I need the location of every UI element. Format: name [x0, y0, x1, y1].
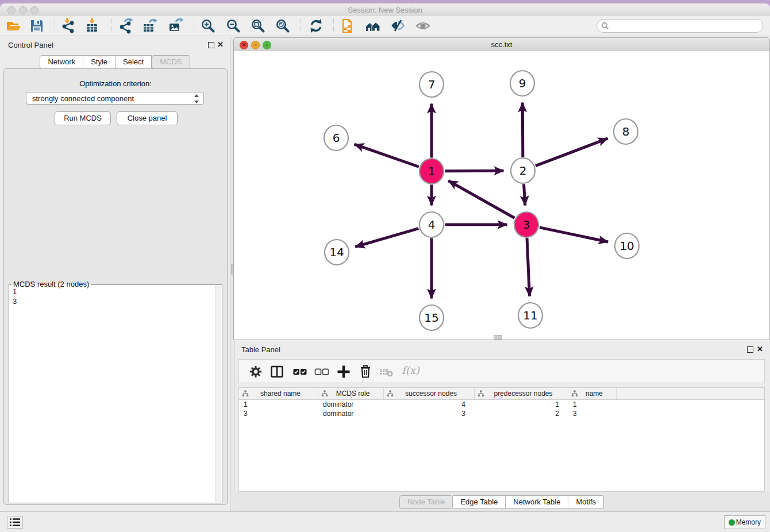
- graph-node-label: 11: [523, 309, 537, 322]
- graph-edge-2-8[interactable]: [536, 138, 608, 166]
- column-header-label: predecessor nodes: [484, 390, 568, 398]
- zoom-selected-icon[interactable]: [275, 18, 291, 34]
- table-row[interactable]: 1dominator411: [239, 400, 764, 409]
- column-header-successor-nodes[interactable]: successor nodes: [384, 388, 475, 399]
- criterion-value: strongly connected component: [32, 94, 134, 103]
- column-header-MCDS-role[interactable]: MCDS role: [318, 388, 384, 399]
- column-tree-icon: [242, 390, 249, 397]
- table-panel-float-icon[interactable]: [747, 346, 753, 353]
- network-from-file-icon[interactable]: [340, 18, 356, 34]
- tab-motifs[interactable]: Motifs: [568, 495, 604, 509]
- graph-edge-2-9[interactable]: [522, 102, 523, 157]
- show-hide-eye-icon[interactable]: [415, 18, 431, 34]
- graph-edge-4-14[interactable]: [355, 229, 418, 247]
- tab-network[interactable]: Network: [40, 55, 83, 69]
- table-cell: 1: [475, 400, 568, 409]
- graph-node-label: 10: [619, 239, 634, 253]
- add-column-icon[interactable]: [336, 364, 352, 380]
- frame-bottom-grip[interactable]: [494, 335, 502, 340]
- select-all-rows-icon[interactable]: [292, 364, 308, 380]
- table-cell: 3: [384, 409, 475, 418]
- delete-column-trash-icon[interactable]: [357, 364, 374, 380]
- graph-node-label: 2: [519, 164, 527, 178]
- tab-style[interactable]: Style: [83, 55, 116, 69]
- column-tree-icon: [478, 390, 484, 397]
- refresh-icon[interactable]: [308, 18, 324, 34]
- table-panel-close-icon[interactable]: ✕: [757, 345, 763, 353]
- export-image-icon[interactable]: [167, 18, 183, 34]
- search-input[interactable]: [596, 19, 763, 33]
- network-frame-title: scc.txt: [234, 40, 769, 49]
- table-toolbar: f(x): [238, 359, 765, 383]
- deselect-all-rows-icon[interactable]: [314, 364, 330, 380]
- memory-button[interactable]: Memory: [724, 515, 765, 529]
- export-table-icon[interactable]: [141, 18, 157, 34]
- zoom-out-icon[interactable]: [225, 18, 241, 34]
- table-cell: dominator: [318, 409, 384, 418]
- node-table: shared nameMCDS rolesuccessor nodesprede…: [238, 387, 765, 492]
- table-settings-gear-icon[interactable]: [248, 364, 264, 380]
- graph-node-label: 14: [329, 245, 344, 259]
- tab-network-table[interactable]: Network Table: [506, 495, 568, 509]
- network-graph: 7968124314101511: [234, 51, 769, 340]
- column-header-label: name: [578, 390, 616, 398]
- graph-node-label: 3: [523, 218, 530, 232]
- column-selector-icon[interactable]: [269, 364, 285, 380]
- network-view-frame: ✕ − ＋ scc.txt 7968124314101511: [233, 37, 770, 340]
- zoom-in-icon[interactable]: [200, 18, 216, 34]
- table-row[interactable]: 3dominator323: [239, 409, 764, 418]
- graph-edge-3-1[interactable]: [448, 180, 514, 218]
- optimization-criterion-label: Optimization criterion:: [4, 79, 227, 88]
- column-header-name[interactable]: name: [568, 388, 617, 399]
- tab-edge-table[interactable]: Edge Table: [453, 495, 506, 509]
- graph-edge-3-10[interactable]: [540, 228, 608, 242]
- open-session-icon[interactable]: [6, 18, 22, 34]
- export-network-icon[interactable]: [117, 18, 133, 34]
- memory-label: Memory: [736, 518, 761, 526]
- close-panel-button[interactable]: Close panel: [117, 111, 178, 125]
- table-panel-header: Table Panel ✕: [233, 342, 770, 357]
- mcds-result-box: MCDS result (2 nodes) 1 3: [9, 284, 222, 503]
- control-panel-float-icon[interactable]: [208, 42, 214, 48]
- run-mcds-button[interactable]: Run MCDS: [55, 111, 111, 125]
- column-header-predecessor-nodes[interactable]: predecessor nodes: [475, 388, 568, 399]
- graph-edge-1-6[interactable]: [355, 144, 419, 167]
- graph-edge-1-2[interactable]: [445, 171, 503, 171]
- save-session-icon[interactable]: [29, 18, 45, 34]
- tab-mcds[interactable]: MCDS: [152, 55, 190, 69]
- column-header-shared-name[interactable]: shared name: [239, 388, 318, 399]
- network-frame-titlebar[interactable]: ✕ − ＋ scc.txt: [234, 38, 769, 52]
- graph-edge-3-11[interactable]: [527, 238, 529, 296]
- toolbar-separator: [55, 18, 55, 33]
- mcds-result-title: MCDS result (2 nodes): [11, 280, 91, 288]
- table-cell: 4: [384, 400, 475, 409]
- task-history-button[interactable]: [7, 516, 23, 529]
- zoom-fit-icon[interactable]: [250, 18, 266, 34]
- toolbar-separator: [333, 18, 334, 33]
- function-builder-icon[interactable]: f(x): [402, 364, 419, 376]
- criterion-select[interactable]: strongly connected component: [26, 92, 204, 105]
- search-icon: [601, 22, 609, 30]
- column-header-label: MCDS role: [328, 390, 383, 398]
- home-levels-icon[interactable]: [365, 18, 381, 34]
- main-toolbar: [0, 16, 770, 36]
- result-scrollbar[interactable]: [215, 286, 221, 502]
- graph-edge-2-3[interactable]: [523, 184, 525, 205]
- graph-node-label: 4: [428, 218, 436, 232]
- control-panel-close-icon[interactable]: ✕: [217, 40, 224, 49]
- tab-select[interactable]: Select: [116, 55, 152, 69]
- delete-table-icon[interactable]: [378, 364, 394, 380]
- column-tree-icon: [387, 390, 394, 397]
- network-canvas[interactable]: 7968124314101511: [234, 51, 769, 340]
- toolbar-separator: [111, 18, 111, 33]
- table-cell: 1: [239, 400, 318, 409]
- import-network-icon[interactable]: [60, 18, 76, 34]
- table-cell: dominator: [318, 400, 384, 409]
- status-bar: Memory: [0, 511, 770, 532]
- import-table-icon[interactable]: [84, 18, 100, 34]
- tab-node-table[interactable]: Node Table: [399, 495, 453, 509]
- hide-graphics-details-icon[interactable]: [390, 18, 406, 34]
- graph-node-label: 6: [333, 131, 340, 145]
- toolbar-separator: [194, 18, 194, 33]
- control-panel-title: Control Panel: [8, 41, 53, 49]
